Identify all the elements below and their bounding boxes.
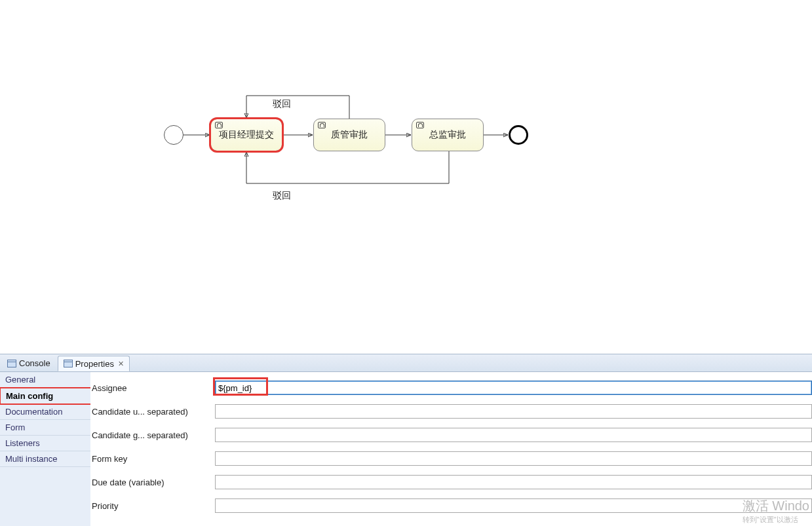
properties-icon <box>64 360 73 367</box>
user-task-icon <box>215 122 223 128</box>
form-key-input[interactable] <box>215 451 812 466</box>
task-label: 总监审批 <box>429 129 466 141</box>
sidebar-item-documentation[interactable]: Documentation <box>0 404 91 420</box>
tab-console[interactable]: Console <box>1 354 56 371</box>
task-label: 项目经理提交 <box>219 129 274 141</box>
row-candidate-users: Candidate u... separated) <box>90 400 812 423</box>
sidebar-item-multi-instance[interactable]: Multi instance <box>0 451 91 467</box>
sidebar-item-label: Listeners <box>5 438 40 448</box>
close-icon[interactable]: ✕ <box>118 360 124 368</box>
end-event[interactable] <box>509 125 528 145</box>
tab-label: Properties <box>75 359 114 369</box>
sidebar-item-listeners[interactable]: Listeners <box>0 436 91 451</box>
form-label: Candidate u... separated) <box>90 407 215 417</box>
form-label: Priority <box>90 501 215 511</box>
sidebar-item-general[interactable]: General <box>0 372 91 388</box>
user-task-icon <box>318 122 326 128</box>
tab-properties[interactable]: Properties ✕ <box>58 356 130 371</box>
sidebar-item-label: General <box>5 375 35 385</box>
task-qc-approve[interactable]: 质管审批 <box>313 119 385 151</box>
main-config-form: Assignee Candidate u... separated) Candi… <box>90 372 812 526</box>
task-pm-submit[interactable]: 项目经理提交 <box>210 119 282 151</box>
priority-input[interactable] <box>215 498 812 513</box>
sidebar-item-label: Form <box>5 423 25 432</box>
row-due-date: Due date (variable) <box>90 470 812 494</box>
flow-arrows <box>0 0 812 354</box>
user-task-icon <box>416 122 424 128</box>
form-label: Form key <box>90 454 215 464</box>
due-date-input[interactable] <box>215 475 812 489</box>
sidebar-item-label: Main config <box>6 391 53 401</box>
row-form-key: Form key <box>90 447 812 470</box>
candidate-groups-input[interactable] <box>215 428 812 442</box>
views-tab-bar: Console Properties ✕ <box>0 354 812 372</box>
flow-label-reject-bottom: 驳回 <box>273 190 291 202</box>
flow-label-reject-top: 驳回 <box>273 98 291 110</box>
form-label: Candidate g... separated) <box>90 430 215 440</box>
console-icon <box>7 360 16 367</box>
row-assignee: Assignee <box>90 376 812 400</box>
properties-sidebar: General Main config Documentation Form L… <box>0 372 92 526</box>
sidebar-item-label: Documentation <box>5 407 62 417</box>
bpmn-canvas[interactable]: 项目经理提交 质管审批 总监审批 驳回 驳回 <box>0 0 812 354</box>
properties-panel: General Main config Documentation Form L… <box>0 372 812 526</box>
candidate-users-input[interactable] <box>215 404 812 419</box>
task-director-approve[interactable]: 总监审批 <box>412 119 484 151</box>
form-label: Due date (variable) <box>90 478 215 487</box>
task-label: 质管审批 <box>331 129 368 141</box>
row-candidate-groups: Candidate g... separated) <box>90 423 812 447</box>
form-label: Assignee <box>90 383 215 393</box>
row-priority: Priority <box>90 494 812 517</box>
assignee-input[interactable] <box>215 381 812 395</box>
start-event[interactable] <box>164 125 184 145</box>
sidebar-item-form[interactable]: Form <box>0 420 91 436</box>
tab-label: Console <box>19 358 50 368</box>
sidebar-item-label: Multi instance <box>5 454 57 464</box>
sidebar-item-main-config[interactable]: Main config <box>0 387 92 405</box>
